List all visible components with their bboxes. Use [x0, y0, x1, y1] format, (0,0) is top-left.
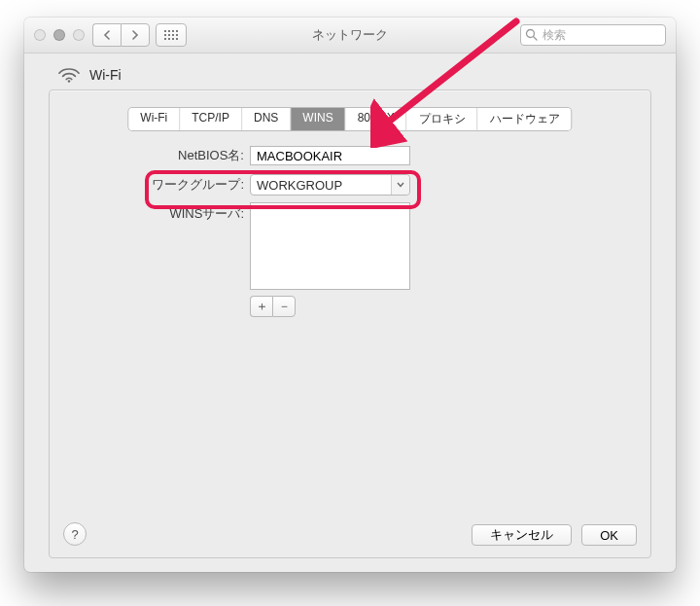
chevron-down-icon	[391, 175, 409, 195]
sheet-buttons: キャンセル OK	[472, 524, 637, 546]
workgroup-value: WORKGROUP	[257, 178, 342, 193]
cancel-button[interactable]: キャンセル	[472, 524, 572, 546]
ok-button[interactable]: OK	[581, 524, 637, 546]
zoom-window-button[interactable]	[73, 29, 85, 41]
workgroup-row: ワークグループ: WORKGROUP	[79, 173, 621, 196]
wins-servers-row: WINSサーバ:	[79, 202, 621, 290]
tabs: Wi-FiTCP/IPDNSWINS802.1Xプロキシハードウェア	[128, 108, 571, 130]
help-button[interactable]: ?	[63, 522, 87, 546]
show-all-button[interactable]	[156, 23, 187, 47]
nav-group	[92, 23, 150, 47]
tab-wins[interactable]: WINS	[291, 108, 345, 130]
minimize-window-button[interactable]	[53, 29, 65, 41]
workgroup-combobox[interactable]: WORKGROUP	[250, 174, 410, 196]
tab-802-1x[interactable]: 802.1X	[346, 108, 407, 130]
add-remove-group: ＋ －	[250, 296, 621, 317]
netbios-input[interactable]	[250, 146, 410, 165]
chevron-left-icon	[103, 30, 111, 40]
add-server-button[interactable]: ＋	[250, 296, 272, 317]
titlebar: ネットワーク	[24, 18, 676, 53]
interface-header: Wi-Fi	[58, 66, 122, 84]
wins-servers-listbox[interactable]	[250, 202, 410, 290]
traffic-lights	[34, 29, 85, 41]
tab-tcp-ip[interactable]: TCP/IP	[180, 108, 242, 130]
tab--[interactable]: ハードウェア	[478, 108, 572, 130]
preferences-window: ネットワーク Wi-Fi Wi-FiTCP/IPDNSWINS802.1Xプロキ…	[24, 18, 676, 572]
wifi-icon	[58, 66, 80, 84]
wins-servers-label: WINSサーバ:	[79, 202, 250, 223]
workgroup-label: ワークグループ:	[79, 176, 250, 194]
remove-server-button[interactable]: －	[272, 296, 296, 317]
grid-icon	[164, 30, 178, 40]
back-button[interactable]	[92, 23, 121, 47]
tab--[interactable]: プロキシ	[407, 108, 478, 130]
tab-dns[interactable]: DNS	[242, 108, 291, 130]
wins-form: NetBIOS名: ワークグループ: WORKGROUP WINSサーバ:	[50, 144, 650, 499]
netbios-label: NetBIOS名:	[79, 147, 250, 164]
interface-label: Wi-Fi	[89, 67, 122, 83]
close-window-button[interactable]	[34, 29, 46, 41]
settings-sheet: Wi-FiTCP/IPDNSWINS802.1Xプロキシハードウェア NetBI…	[49, 89, 651, 558]
tab-wi-fi[interactable]: Wi-Fi	[128, 108, 180, 130]
search-field-wrap	[520, 24, 666, 46]
chevron-right-icon	[131, 30, 139, 40]
forward-button[interactable]	[121, 23, 150, 47]
search-input[interactable]	[520, 24, 666, 46]
svg-point-2	[68, 80, 71, 83]
netbios-row: NetBIOS名:	[79, 144, 621, 167]
